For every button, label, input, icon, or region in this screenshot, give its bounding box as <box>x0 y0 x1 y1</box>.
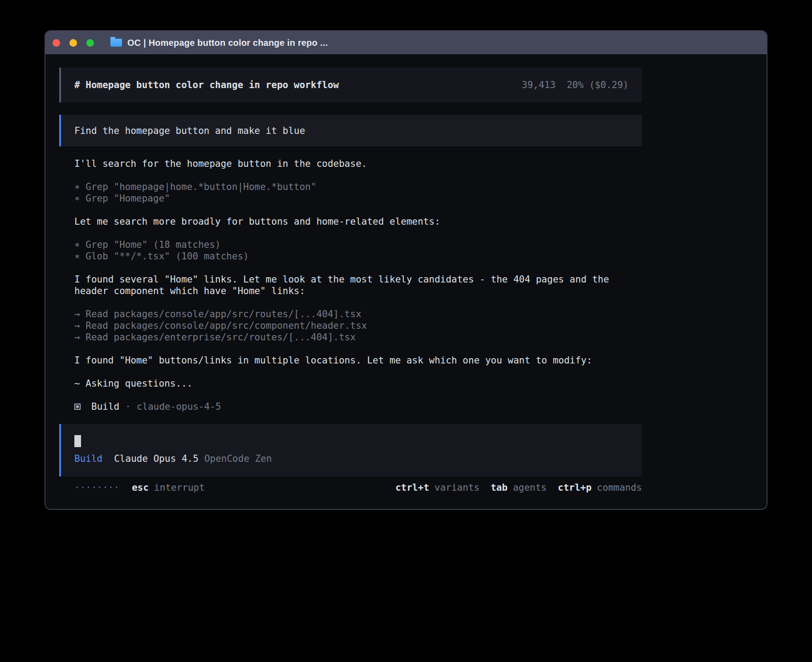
terminal-body: # Homepage button color change in repo w… <box>45 54 767 510</box>
hint-key: ctrl+p <box>558 482 592 493</box>
hint-key: ctrl+t <box>395 482 429 493</box>
user-message: Find the homepage button and make it blu… <box>59 115 642 146</box>
minimize-button[interactable] <box>69 39 77 47</box>
agent-name: Build <box>91 401 119 412</box>
traffic-lights <box>53 39 103 47</box>
working-status: ~ Asking questions... <box>59 378 642 389</box>
tool-call-line: ∗ Grep "homepage|home.*button|Home.*butt… <box>74 181 642 193</box>
file-read-line: → Read packages/enterprise/src/routes/[.… <box>74 331 642 343</box>
session-meta: 39,41320% ($0.29) <box>511 79 629 91</box>
input-model[interactable]: Claude Opus 4.5 <box>114 453 199 464</box>
hint-label: variants <box>434 482 479 493</box>
tool-call-group: ∗ Grep "homepage|home.*button|Home.*butt… <box>59 181 642 204</box>
input-mode[interactable]: Build <box>74 453 102 464</box>
agent-separator: · <box>125 401 131 412</box>
session-header: # Homepage button color change in repo w… <box>59 68 642 102</box>
interrupt-label: interrupt <box>154 482 205 493</box>
folder-icon <box>110 39 122 47</box>
file-read-line: → Read packages/console/app/src/routes/[… <box>74 308 642 320</box>
assistant-text: Let me search more broadly for buttons a… <box>59 216 642 227</box>
file-read-group: → Read packages/console/app/src/routes/[… <box>59 308 642 343</box>
assistant-text: I'll search for the homepage button in t… <box>59 158 642 170</box>
text-cursor <box>74 435 81 447</box>
agent-status-line: Build · claude-opus-4-5 <box>59 401 642 412</box>
assistant-text: I found "Home" buttons/links in multiple… <box>59 355 642 366</box>
close-button[interactable] <box>53 39 60 47</box>
window-title: OC | Homepage button color change in rep… <box>127 38 328 48</box>
context-usage: 20% ($0.29) <box>567 80 629 90</box>
hint-key: tab <box>491 482 508 493</box>
hint-agents: tabagents <box>491 482 547 493</box>
hint-label: commands <box>597 482 642 493</box>
user-message-text: Find the homepage button and make it blu… <box>74 125 305 137</box>
assistant-text: I found several "Home" links. Let me loo… <box>59 274 642 297</box>
tool-call-line: ∗ Glob "**/*.tsx" (100 matches) <box>74 250 642 262</box>
spinner-dots: ········ <box>74 482 119 493</box>
tool-call-line: ∗ Grep "Homepage" <box>74 193 642 204</box>
terminal-window: OC | Homepage button color change in rep… <box>45 30 767 510</box>
zoom-button[interactable] <box>86 39 94 47</box>
input-provider: OpenCode Zen <box>204 453 272 464</box>
titlebar[interactable]: OC | Homepage button color change in rep… <box>45 31 767 54</box>
agent-icon <box>74 404 81 410</box>
esc-key: esc <box>132 482 149 493</box>
token-count: 39,413 <box>522 80 556 90</box>
hint-label: agents <box>513 482 547 493</box>
hint-variants: ctrl+tvariants <box>395 482 479 493</box>
statusbar: ········ esc interrupt ctrl+tvariants ta… <box>59 482 642 493</box>
tool-call-group: ∗ Grep "Home" (18 matches) ∗ Glob "**/*.… <box>59 239 642 262</box>
session-title: # Homepage button color change in repo w… <box>74 79 339 91</box>
file-read-line: → Read packages/console/app/src/componen… <box>74 320 642 331</box>
tool-call-line: ∗ Grep "Home" (18 matches) <box>74 239 642 250</box>
prompt-input[interactable]: Build Claude Opus 4.5 OpenCode Zen <box>59 424 642 476</box>
hint-commands: ctrl+pcommands <box>558 482 642 493</box>
agent-model: claude-opus-4-5 <box>137 401 221 412</box>
